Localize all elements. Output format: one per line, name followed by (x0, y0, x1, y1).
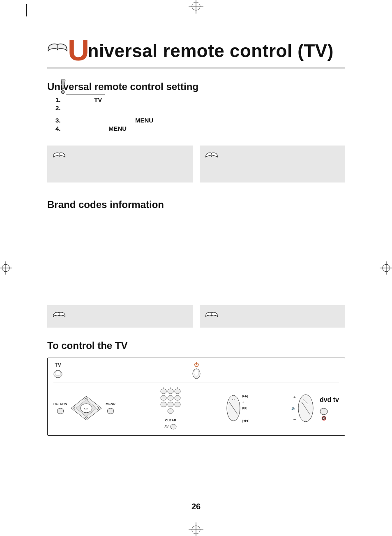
return-button-icon (57, 407, 64, 415)
note-box-left (47, 305, 193, 328)
step-number: 1. (55, 96, 64, 104)
registration-mark-right-icon (379, 261, 392, 275)
step-number: 3. (55, 116, 64, 125)
note-box-right (200, 146, 346, 183)
note-pair-2 (47, 305, 345, 328)
mute-button-icon (320, 408, 328, 415)
menu-button-icon (107, 407, 114, 415)
svg-point-41 (320, 408, 327, 415)
svg-text:3: 3 (177, 387, 178, 389)
book-icon (205, 308, 219, 321)
mode-cluster: dvd tv 🔇 (320, 396, 339, 420)
step-number: 4. (55, 125, 64, 133)
step-bold: MENU (135, 116, 153, 125)
svg-point-22 (161, 389, 166, 394)
step-bold: MENU (108, 125, 127, 133)
skip-back-icon: |◀◀ (242, 419, 248, 423)
crop-mark-top-left-icon (21, 4, 33, 16)
pr-rocker-icon (226, 395, 241, 422)
registration-mark-bottom-icon (188, 522, 204, 536)
svg-text:2: 2 (170, 387, 171, 389)
step-2: 2. (55, 104, 345, 112)
attention-underline (66, 95, 105, 95)
skip-fwd-icon: ▶▶| (242, 394, 248, 398)
page-title: Universal remote control (TV) (68, 35, 345, 66)
svg-point-26 (168, 395, 173, 400)
av-clear-button-icon (170, 424, 177, 430)
title-rest: niversal remote control (TV) (88, 41, 334, 61)
pr-rocker-cluster: ▶▶| + PR – |◀◀ (226, 394, 248, 423)
step-bold: TV (94, 96, 102, 104)
remote-body-row: RETURN OK (53, 387, 339, 430)
volume-rocker-icon (297, 394, 314, 423)
section-heading-setting: Universal remote control setting (47, 81, 345, 92)
step-number: 2. (55, 104, 64, 112)
svg-point-16 (194, 370, 199, 376)
svg-point-35 (171, 424, 176, 429)
note-pair-1 (47, 146, 345, 183)
step-4: 4. MENU (55, 125, 345, 133)
nav-pad-cluster: RETURN OK (53, 395, 115, 421)
title-dropcap: U (68, 34, 90, 67)
remote-diagram: TV ⏻ (47, 358, 345, 436)
speaker-icon: 🔈 (291, 406, 296, 410)
power-icon: ⏻ (194, 362, 199, 367)
step-1: 1. TV (55, 96, 345, 104)
section-heading-brand: Brand codes information (47, 199, 345, 210)
mute-icon: 🔇 (321, 416, 326, 420)
menu-button-cluster: MENU (106, 402, 115, 415)
svg-point-27 (175, 395, 180, 400)
svg-point-21 (107, 408, 114, 414)
mode-dvd-tv-label: dvd tv (320, 396, 339, 404)
registration-mark-top-icon (188, 0, 204, 14)
clear-label: CLEAR (165, 418, 176, 422)
svg-text:1: 1 (163, 387, 164, 389)
page-title-row: Universal remote control (TV) (47, 35, 345, 69)
crop-mark-top-right-icon (359, 4, 371, 16)
tv-mode-button-icon (53, 370, 62, 379)
book-icon (52, 149, 66, 161)
menu-label: MENU (106, 402, 115, 406)
minus-label: – (293, 417, 296, 421)
plus-label: + (242, 400, 244, 404)
svg-point-28 (161, 402, 166, 407)
book-icon (52, 308, 66, 321)
power-button-icon (192, 368, 201, 379)
keypad-cluster: 123 CLEAR AV (159, 387, 182, 430)
svg-point-31 (168, 409, 173, 414)
manual-page: Universal remote control (TV) Universal … (0, 0, 392, 536)
nav-pad-icon: OK (69, 395, 103, 421)
av-label: AV (164, 425, 169, 428)
svg-point-12 (61, 90, 65, 94)
power-button-cluster: ⏻ (192, 362, 201, 379)
note-box-right (200, 305, 346, 328)
note-box-left (47, 146, 193, 183)
svg-point-23 (168, 389, 173, 394)
number-keypad-icon: 123 (159, 387, 182, 417)
svg-point-17 (57, 408, 64, 414)
remote-top-row: TV ⏻ (53, 362, 339, 383)
svg-point-29 (168, 402, 173, 407)
svg-point-14 (55, 371, 61, 376)
content-area: Universal remote control (TV) Universal … (47, 35, 345, 436)
return-button-cluster: RETURN (53, 402, 67, 415)
plus-label: + (293, 395, 296, 400)
setting-steps: 1. TV 2. 3. MENU 4. MENU (55, 96, 345, 133)
book-icon (46, 37, 69, 56)
registration-mark-left-icon (0, 261, 13, 275)
minus-label: – (242, 413, 244, 416)
return-label: RETURN (53, 402, 67, 406)
step-3: 3. MENU (55, 116, 345, 125)
ok-label: OK (84, 407, 88, 410)
svg-point-24 (175, 389, 180, 394)
book-icon (205, 149, 219, 161)
svg-point-30 (175, 402, 180, 407)
page-number: 26 (0, 502, 392, 511)
section-heading-control: To control the TV (47, 340, 345, 351)
svg-point-25 (161, 395, 166, 400)
volume-rocker-cluster: + 🔈 – (291, 394, 314, 423)
tv-mode-button-cluster: TV (53, 362, 62, 379)
pr-label: PR (242, 407, 247, 410)
tv-label: TV (55, 362, 61, 368)
